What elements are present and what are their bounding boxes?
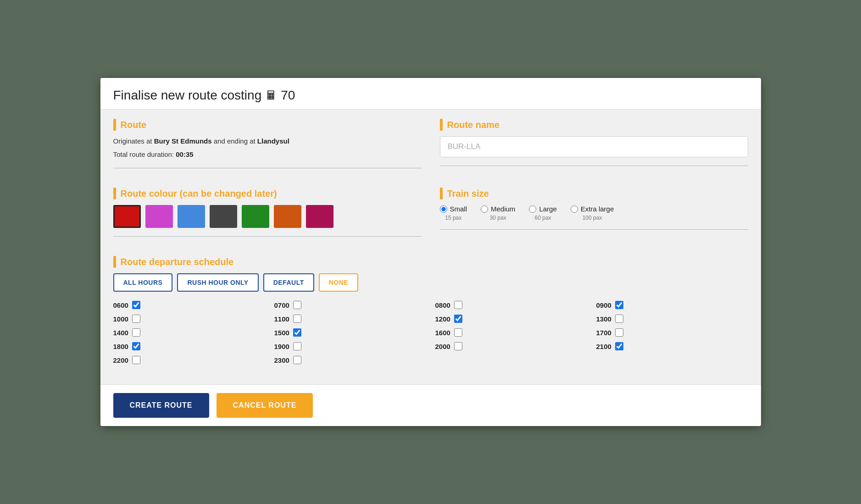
color-swatch-red[interactable] [113,205,141,228]
checkbox-1500[interactable] [293,328,301,337]
time-2000-label: 2000 [435,343,450,350]
time-2100: 2100 [596,342,748,350]
train-size-extra-large-pax: 100 pax [583,215,602,221]
time-2100-label: 2100 [596,343,611,350]
time-1800: 1800 [113,342,265,350]
train-size-medium: Medium 30 pax [481,205,515,221]
color-swatch-purple[interactable] [145,205,173,228]
modal-footer: CREATE ROUTE CANCEL ROUTE [100,384,761,426]
time-1100-label: 1100 [274,315,289,323]
time-1700: 1700 [596,328,748,337]
time-1300: 1300 [596,315,748,323]
color-swatch-green[interactable] [242,205,269,228]
default-button[interactable]: DEFAULT [263,273,314,292]
checkbox-1800[interactable] [132,342,140,350]
route-label: Route [121,120,147,130]
checkbox-2000[interactable] [454,342,462,350]
time-0600: 0600 [113,301,265,309]
colour-divider [113,236,422,237]
time-0900-label: 0900 [596,301,611,309]
time-0700: 0700 [274,301,426,309]
train-size-label: Train size [447,188,489,199]
route-name-divider [440,166,748,166]
modal-title: Finalise new route costing 🖩 70 [113,88,748,103]
checkbox-0900[interactable] [615,301,623,309]
all-hours-button[interactable]: ALL HOURS [113,273,173,292]
time-grid: 0600 0700 0800 0900 1000 [113,301,748,364]
color-swatch-dark[interactable] [210,205,237,228]
route-name-input[interactable] [440,136,748,157]
route-colour-label: Route colour (can be changed later) [121,188,277,199]
checkbox-2300[interactable] [293,356,301,364]
color-swatches [113,205,422,228]
checkbox-0700[interactable] [293,301,301,309]
train-size-small: Small 15 pax [440,205,467,221]
radio-extra-large[interactable] [571,205,578,213]
time-1100: 1100 [274,315,426,323]
time-1200-label: 1200 [435,315,450,323]
title-text: Finalise new route costing [113,88,262,103]
train-size-divider [440,229,748,230]
radio-large[interactable] [529,205,536,213]
train-size-large-label: Large [539,205,556,213]
modal-body: Route Originates at Bury St Edmunds and … [100,110,761,384]
train-size-extra-large-label: Extra large [581,205,614,213]
train-size-medium-pax: 30 pax [490,215,506,221]
color-swatch-orange[interactable] [274,205,301,228]
departure-schedule-title: Route departure schedule [113,256,748,268]
checkbox-1100[interactable] [293,315,301,323]
time-2300-label: 2300 [274,356,289,364]
time-2200: 2200 [113,356,265,364]
train-size-medium-label: Medium [491,205,515,213]
time-0900: 0900 [596,301,748,309]
cancel-route-button[interactable]: CANCEL ROUTE [217,393,313,418]
radio-small[interactable] [440,205,447,213]
time-1700-label: 1700 [596,329,611,337]
radio-medium[interactable] [481,205,488,213]
checkbox-1300[interactable] [615,315,623,323]
time-1600-label: 1600 [435,329,450,337]
checkbox-1400[interactable] [132,328,140,337]
time-0800: 0800 [435,301,587,309]
time-0700-label: 0700 [274,301,289,309]
color-swatch-crimson[interactable] [306,205,333,228]
route-section: Route Originates at Bury St Edmunds and … [113,119,422,177]
checkbox-1200[interactable] [454,315,462,323]
accent-bar-departure [113,256,116,268]
time-2200-label: 2200 [113,356,128,364]
checkbox-1700[interactable] [615,328,623,337]
schedule-buttons: ALL HOURS RUSH HOUR ONLY DEFAULT NONE [113,273,748,292]
checkbox-2200[interactable] [132,356,140,364]
color-swatch-blue[interactable] [178,205,205,228]
train-size-large-pax: 60 pax [535,215,551,221]
modal-header: Finalise new route costing 🖩 70 [100,78,761,110]
modal-container: Finalise new route costing 🖩 70 Route Or… [100,78,761,426]
train-size-title: Train size [440,188,748,199]
time-1900: 1900 [274,342,426,350]
accent-bar-train [440,188,443,199]
time-1400: 1400 [113,328,265,337]
time-1200: 1200 [435,315,587,323]
route-name-title: Route name [440,119,748,131]
calculator-icon: 🖩 [265,89,277,103]
checkbox-0600[interactable] [132,301,140,309]
rush-hour-button[interactable]: RUSH HOUR ONLY [177,273,258,292]
accent-bar-colour [113,188,116,199]
train-size-section: Train size Small 15 pax Medium 30 pax [440,188,748,245]
none-button[interactable]: NONE [319,273,358,292]
route-name-section: Route name [440,119,748,177]
time-1500-label: 1500 [274,329,289,337]
checkbox-1600[interactable] [454,328,462,337]
checkbox-1900[interactable] [293,342,301,350]
time-1000: 1000 [113,315,265,323]
create-route-button[interactable]: CREATE ROUTE [113,393,209,418]
checkbox-2100[interactable] [615,342,623,350]
route-info: Originates at Bury St Edmunds and ending… [113,136,422,160]
departure-schedule-section: Route departure schedule ALL HOURS RUSH … [113,256,748,364]
route-colour-section: Route colour (can be changed later) [113,188,422,245]
time-1400-label: 1400 [113,329,128,337]
checkbox-0800[interactable] [454,301,462,309]
checkbox-1000[interactable] [132,315,140,323]
time-2300: 2300 [274,356,426,364]
route-divider [113,168,422,168]
